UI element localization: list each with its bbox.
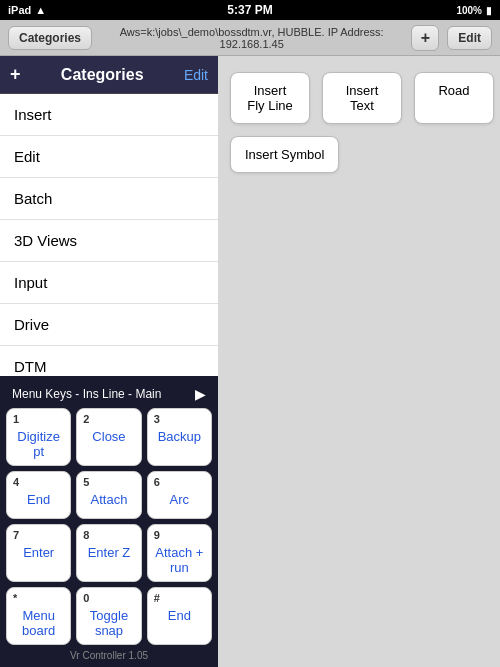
battery-icon: ▮ [486, 5, 492, 16]
key-label: Digitize pt [13, 427, 64, 459]
sidebar-title: Categories [61, 66, 144, 84]
key-num: * [13, 592, 64, 604]
carrier-label: iPad [8, 4, 31, 16]
key-label: End [13, 490, 64, 507]
content-button[interactable]: Insert Symbol [230, 136, 339, 173]
main-area: + Categories Edit InsertEditBatch3D View… [0, 56, 500, 667]
wifi-icon: ▲ [35, 4, 46, 16]
content-row-2: Insert Symbol [230, 136, 488, 173]
sidebar-item[interactable]: Edit [0, 136, 218, 178]
key-label: Toggle snap [83, 606, 134, 638]
keypad-header: Menu Keys - Ins Line - Main ▶ [6, 382, 212, 408]
battery-label: 100% [456, 5, 482, 16]
key-label: Arc [154, 490, 205, 507]
key-label: Close [83, 427, 134, 444]
key-button[interactable]: 1Digitize pt [6, 408, 71, 466]
key-num: # [154, 592, 205, 604]
key-label: Enter [13, 543, 64, 560]
key-num: 3 [154, 413, 205, 425]
sidebar-item[interactable]: Input [0, 262, 218, 304]
sidebar-item[interactable]: 3D Views [0, 220, 218, 262]
sidebar-item[interactable]: Batch [0, 178, 218, 220]
key-button[interactable]: 3Backup [147, 408, 212, 466]
key-label: Attach + run [154, 543, 205, 575]
key-button[interactable]: *Menu board [6, 587, 71, 645]
content-button[interactable]: Insert Fly Line [230, 72, 310, 124]
keypad-header-label: Menu Keys - Ins Line - Main [12, 387, 161, 401]
key-num: 1 [13, 413, 64, 425]
content-button[interactable]: Insert Text [322, 72, 402, 124]
content-row-1: Insert Fly LineInsert TextRoad [230, 72, 488, 124]
key-num: 4 [13, 476, 64, 488]
sidebar-list: InsertEditBatch3D ViewsInputDriveDTMEnvi… [0, 94, 218, 376]
key-num: 0 [83, 592, 134, 604]
key-button[interactable]: 9Attach + run [147, 524, 212, 582]
keypad-footer: Vr Controller 1.05 [6, 645, 212, 661]
sidebar: + Categories Edit InsertEditBatch3D View… [0, 56, 218, 667]
sidebar-item[interactable]: Insert [0, 94, 218, 136]
key-num: 8 [83, 529, 134, 541]
key-num: 2 [83, 413, 134, 425]
toolbar: Categories Aws=k:\jobs\_demo\bossdtm.vr,… [0, 20, 500, 56]
key-button[interactable]: 2Close [76, 408, 141, 466]
add-button[interactable]: + [411, 25, 439, 51]
content-area: Insert Fly LineInsert TextRoad Insert Sy… [218, 56, 500, 667]
key-button[interactable]: #End [147, 587, 212, 645]
sidebar-header: + Categories Edit [0, 56, 218, 94]
keypad-grid: 1Digitize pt2Close3Backup4End5Attach6Arc… [6, 408, 212, 645]
key-button[interactable]: 6Arc [147, 471, 212, 519]
sidebar-item[interactable]: Drive [0, 304, 218, 346]
sidebar-add-button[interactable]: + [10, 64, 21, 85]
keypad-area: Menu Keys - Ins Line - Main ▶ 1Digitize … [0, 376, 218, 667]
status-bar: iPad ▲ 5:37 PM 100% ▮ [0, 0, 500, 20]
sidebar-item[interactable]: DTM [0, 346, 218, 376]
key-button[interactable]: 4End [6, 471, 71, 519]
key-button[interactable]: 5Attach [76, 471, 141, 519]
keypad-play-button[interactable]: ▶ [195, 386, 206, 402]
key-button[interactable]: 7Enter [6, 524, 71, 582]
edit-button[interactable]: Edit [447, 26, 492, 50]
key-label: Enter Z [83, 543, 134, 560]
key-button[interactable]: 8Enter Z [76, 524, 141, 582]
key-label: Attach [83, 490, 134, 507]
key-num: 5 [83, 476, 134, 488]
key-label: End [154, 606, 205, 623]
content-button[interactable]: Road [414, 72, 494, 124]
key-button[interactable]: 0Toggle snap [76, 587, 141, 645]
sidebar-edit-button[interactable]: Edit [184, 67, 208, 83]
toolbar-path: Aws=k:\jobs\_demo\bossdtm.vr, HUBBLE. IP… [100, 26, 403, 50]
status-left: iPad ▲ [8, 4, 46, 16]
key-num: 9 [154, 529, 205, 541]
status-right: 100% ▮ [456, 5, 492, 16]
key-num: 7 [13, 529, 64, 541]
key-label: Backup [154, 427, 205, 444]
categories-button[interactable]: Categories [8, 26, 92, 50]
key-num: 6 [154, 476, 205, 488]
status-time: 5:37 PM [227, 3, 272, 17]
key-label: Menu board [13, 606, 64, 638]
